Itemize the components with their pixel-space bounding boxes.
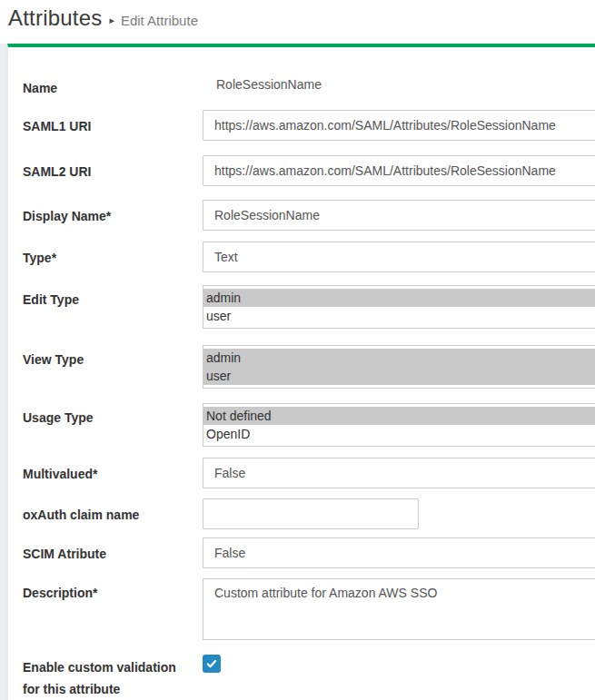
- display-name-input[interactable]: [203, 200, 595, 231]
- view-type-listbox[interactable]: adminuser: [203, 345, 595, 389]
- oxauth-claim-name-input[interactable]: [203, 498, 419, 529]
- field-control-scim-atribute: [203, 537, 595, 568]
- field-control-type: [203, 242, 595, 272]
- field-label-custom-validation: Enable custom validation for this attrib…: [23, 656, 192, 700]
- field-control-oxauth-claim-name: [203, 498, 419, 529]
- field-label-oxauth-claim-name: oxAuth claim name: [23, 504, 192, 526]
- form-row-saml1-uri: SAML1 URI: [8, 110, 595, 111]
- usage-type-listbox[interactable]: Not definedOpenID: [203, 403, 595, 447]
- form-row-custom-validation: Enable custom validation for this attrib…: [8, 655, 595, 656]
- field-label-description: Description*: [23, 582, 192, 604]
- field-label-edit-type: Edit Type: [23, 289, 192, 311]
- field-control-custom-validation: [203, 655, 221, 673]
- description-textarea[interactable]: Custom attribute for Amazon AWS SSO: [203, 578, 595, 640]
- page-title: Attributes: [8, 5, 102, 31]
- field-value-name: RoleSessionName: [216, 77, 322, 92]
- field-label-scim-atribute: SCIM Atribute: [23, 543, 192, 565]
- form-row-oxauth-claim-name: oxAuth claim name: [8, 498, 595, 499]
- field-label-saml1-uri: SAML1 URI: [23, 115, 192, 137]
- check-icon: [205, 657, 218, 670]
- custom-validation-checkbox[interactable]: [203, 655, 221, 673]
- edit-type-option-1[interactable]: user: [203, 307, 595, 325]
- form-row-description: Description*Custom attribute for Amazon …: [8, 578, 595, 579]
- field-label-multivalued: Multivalued*: [23, 463, 192, 485]
- form-row-display-name: Display Name*: [8, 200, 595, 201]
- field-control-description: Custom attribute for Amazon AWS SSO: [203, 578, 595, 640]
- field-control-multivalued: [203, 458, 595, 488]
- edit-type-listbox[interactable]: adminuser: [203, 285, 595, 329]
- form-row-scim-atribute: SCIM Atribute: [8, 537, 595, 538]
- field-control-edit-type: adminuser: [203, 285, 595, 329]
- field-control-saml1-uri: [203, 110, 595, 141]
- page-header: Attributes ▸ Edit Attribute: [8, 5, 198, 31]
- form-row-name: NameRoleSessionName: [8, 77, 595, 78]
- page-gutter: [0, 44, 7, 700]
- view-type-option-1[interactable]: user: [203, 367, 595, 385]
- field-label-view-type: View Type: [23, 349, 192, 370]
- usage-type-option-0[interactable]: Not defined: [203, 407, 595, 425]
- type-input[interactable]: [203, 242, 595, 272]
- form-row-view-type: View Typeadminuser: [8, 345, 595, 346]
- field-control-saml2-uri: [203, 155, 595, 186]
- breadcrumb-arrow-icon: ▸: [109, 15, 114, 26]
- view-type-option-0[interactable]: admin: [203, 349, 595, 367]
- usage-type-option-1[interactable]: OpenID: [203, 425, 595, 443]
- form-row-saml2-uri: SAML2 URI: [8, 155, 595, 156]
- field-control-usage-type: Not definedOpenID: [203, 403, 595, 447]
- field-label-name: Name: [23, 77, 192, 99]
- field-label-display-name: Display Name*: [23, 205, 192, 227]
- form-row-multivalued: Multivalued*: [8, 458, 595, 458]
- field-control-display-name: [203, 200, 595, 231]
- form-row-edit-type: Edit Typeadminuser: [8, 285, 595, 286]
- saml1-uri-input[interactable]: [203, 110, 595, 141]
- field-label-saml2-uri: SAML2 URI: [23, 161, 192, 182]
- field-control-view-type: adminuser: [203, 345, 595, 389]
- form-row-usage-type: Usage TypeNot definedOpenID: [8, 403, 595, 404]
- multivalued-input[interactable]: [203, 458, 595, 488]
- saml2-uri-input[interactable]: [203, 155, 595, 186]
- edit-type-option-0[interactable]: admin: [203, 289, 595, 307]
- form-row-type: Type*: [8, 242, 595, 242]
- page-subtitle: Edit Attribute: [121, 13, 198, 28]
- edit-attribute-panel: NameRoleSessionNameSAML1 URISAML2 URIDis…: [7, 44, 595, 700]
- field-label-type: Type*: [23, 247, 192, 269]
- field-label-usage-type: Usage Type: [23, 407, 192, 429]
- scim-atribute-input[interactable]: [203, 537, 595, 568]
